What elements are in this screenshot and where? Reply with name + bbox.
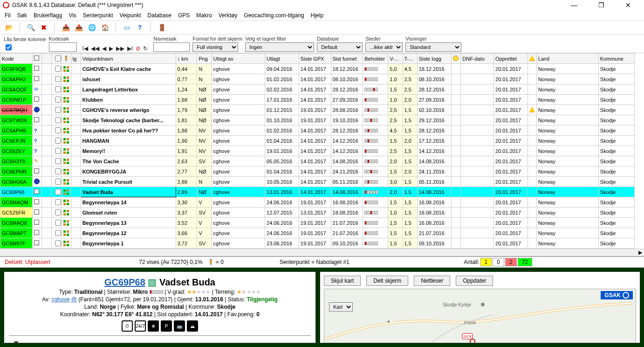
col-header[interactable]: Utlagt bbox=[265, 54, 299, 64]
browser-button[interactable]: Nettleser bbox=[414, 276, 450, 286]
col-header[interactable]: Veipunktnavn bbox=[81, 54, 176, 64]
clear-icon[interactable]: ⊘ bbox=[136, 45, 140, 52]
menu-veipunkt[interactable]: Veipunkt bbox=[120, 12, 141, 19]
refresh-icon[interactable]: ↻ bbox=[143, 45, 148, 52]
col-header[interactable]: Beholder bbox=[363, 54, 388, 64]
col-header[interactable]: Kommune bbox=[598, 54, 634, 64]
cache-size: Mikro bbox=[133, 289, 148, 295]
table-row[interactable]: GC67MQHCGHOVE's reverse wherigo1,79NØcgh… bbox=[0, 105, 635, 115]
minimize-button[interactable]: — bbox=[565, 1, 583, 9]
svg-rect-49 bbox=[67, 189, 69, 192]
lockcol-checkbox[interactable] bbox=[6, 44, 12, 50]
table-row[interactable]: GC6APH9?Hva pokker tenker Co på her??1,8… bbox=[0, 125, 635, 136]
back-icon[interactable]: ◀ bbox=[102, 45, 106, 52]
col-header[interactable]: DNF-dato bbox=[461, 54, 494, 64]
table-row[interactable]: GC69W1PKlubben1,68NØcghove17.01.201614.0… bbox=[0, 95, 635, 105]
hide-map-button[interactable]: Skjul kart bbox=[324, 276, 361, 286]
home-icon[interactable]: 🏠 bbox=[101, 23, 109, 32]
map[interactable]: GSAK Kart ◈ 661 Fv106 Skodje Kyrkje GC6 bbox=[324, 289, 636, 343]
table-row[interactable]: GC6HG6ATrivial cache Pursuit2,88Ncghove1… bbox=[0, 177, 635, 187]
delete-icon[interactable]: ✖ bbox=[40, 23, 48, 32]
col-header[interactable] bbox=[42, 54, 52, 64]
maximize-button[interactable]: ❐ bbox=[592, 1, 610, 9]
table-row[interactable]: GC6EPJN?HANGMAN1,90NVcghove01.04.201614.… bbox=[0, 136, 635, 146]
menu-fil[interactable]: Fil bbox=[5, 12, 11, 19]
window-icon[interactable]: ▭ bbox=[123, 23, 131, 32]
table-row[interactable]: GC5Z6FRGlomset ruten3,37SVcghove12.07.20… bbox=[0, 208, 635, 218]
menu-vis[interactable]: Vis bbox=[69, 12, 76, 19]
col-header[interactable] bbox=[451, 54, 461, 64]
table-row[interactable]: GC6AQQF✉Langedraget Letterbox1,24NØcghov… bbox=[0, 84, 635, 95]
cache-grid[interactable]: Kode🧍lgVeipunktnavn↕ kmPngUtlagt avUtlag… bbox=[0, 53, 644, 249]
splitformat-select[interactable]: Full visning bbox=[192, 42, 238, 52]
table-row[interactable]: GC6EPHRKONGEBRYGGJA2,77NØcghove01.04.201… bbox=[0, 167, 635, 177]
col-header[interactable]: Siste logg bbox=[417, 54, 451, 64]
table-row[interactable]: GC6MAQ8Begynnerløypa 133,52Vcghove24.06.… bbox=[0, 218, 635, 228]
col-header[interactable]: Utlagt av bbox=[212, 54, 265, 64]
owner-link[interactable]: cghove bbox=[52, 296, 70, 303]
table-row[interactable]: GC69ZEY?Memory!!1,91NVcghove19.01.201614… bbox=[0, 146, 635, 156]
help-icon[interactable]: ? bbox=[136, 23, 144, 32]
table-row[interactable]: GC6MAPTBegynnerløypa 123,66Vcghove24.06.… bbox=[0, 228, 635, 238]
menu-makro[interactable]: Makro bbox=[196, 12, 212, 19]
globe-icon[interactable]: 🌐 bbox=[88, 23, 96, 32]
close-button[interactable]: ✕ bbox=[619, 1, 637, 9]
play-icon[interactable]: ▶ bbox=[109, 45, 113, 52]
table-row[interactable]: GC6MAQMBegynnerløypa 143,30Vcghove24.06.… bbox=[0, 197, 635, 208]
cache-code-link[interactable]: GC69P68 bbox=[104, 277, 145, 287]
split-screen-button[interactable]: Delt skjerm bbox=[366, 276, 408, 286]
col-header[interactable]: ↕ km bbox=[176, 54, 197, 64]
owner-at-link[interactable]: @ bbox=[71, 296, 77, 303]
open-icon[interactable]: 📂 bbox=[5, 23, 13, 32]
menu-database[interactable]: Database bbox=[148, 12, 171, 19]
last-icon[interactable]: ▶I bbox=[127, 45, 133, 52]
col-header[interactable] bbox=[528, 54, 536, 64]
waypoint-name: Begynnerløypa 1 bbox=[81, 238, 176, 249]
database-select[interactable]: Default bbox=[317, 42, 363, 52]
menu-geocaching.com-tilgang[interactable]: Geocaching.com-tilgang bbox=[244, 12, 304, 19]
menu-senterpunkt[interactable]: Senterpunkt bbox=[83, 12, 113, 19]
col-header[interactable]: T-... bbox=[403, 54, 417, 64]
col-header[interactable]: Siste GPX bbox=[299, 54, 331, 64]
table-row[interactable]: GC6TWD6Skodje Teknologi cache (barber...… bbox=[0, 115, 635, 125]
status-bar: Delsett: Utplassert 72 vises (Av 72270) … bbox=[0, 257, 644, 268]
views-select[interactable]: Standard bbox=[405, 42, 461, 52]
exit-icon[interactable]: 🚪 bbox=[158, 23, 166, 32]
fastback-icon[interactable]: ◀◀ bbox=[91, 45, 99, 52]
flag-col-checkbox[interactable] bbox=[55, 56, 61, 62]
codesearch-input[interactable] bbox=[49, 42, 77, 52]
col-header[interactable]: lg bbox=[71, 54, 81, 64]
menu-søk[interactable]: Søk bbox=[17, 12, 27, 19]
search-doc-icon[interactable]: 🔍 bbox=[27, 23, 35, 32]
horizontal-scrollbar[interactable]: ▶ bbox=[0, 249, 644, 256]
table-row[interactable]: GC6APH2ishuset0,77Ncghove01.02.201614.01… bbox=[0, 74, 635, 84]
waypoint-name: Vadset Buda bbox=[81, 187, 176, 197]
table-row[interactable]: GC6H3Y9✎The Von Cache2,63SVcghove05.05.2… bbox=[0, 156, 635, 167]
refresh-map-button[interactable]: Oppdater bbox=[456, 276, 493, 286]
col-header[interactable]: V-... bbox=[388, 54, 403, 64]
table-row[interactable]: GC69P68Vadset Buda2,89NØcghove13.01.2016… bbox=[0, 187, 635, 197]
savedfilter-select[interactable]: Ingen bbox=[245, 42, 314, 52]
namesearch-input[interactable] bbox=[153, 42, 190, 52]
menu-hjelp[interactable]: Hjelp bbox=[311, 12, 323, 19]
locations-select[interactable]: ...ikke aktive bbox=[365, 42, 403, 52]
col-header[interactable]: Land bbox=[536, 54, 598, 64]
menu-verktøy[interactable]: Verktøy bbox=[219, 12, 238, 19]
col-header[interactable] bbox=[32, 54, 42, 64]
table-row[interactable]: GC6F9QBCGHOVE's Evil Klatre cache0,44Ncg… bbox=[0, 64, 635, 74]
table-row[interactable]: GC6M97FBegynnerløypa 13,72SVcghove23.06.… bbox=[0, 238, 635, 249]
col-header[interactable]: Opprettet bbox=[494, 54, 528, 64]
menu-gps[interactable]: GPS bbox=[178, 12, 190, 19]
col-header[interactable]: Sist funnet bbox=[331, 54, 363, 64]
recv-gps-icon[interactable]: 📤 bbox=[75, 23, 83, 32]
first-icon[interactable]: I◀ bbox=[82, 45, 88, 52]
col-header[interactable]: Png bbox=[197, 54, 212, 64]
cache-code: GC6MAQ8 bbox=[0, 218, 33, 228]
col-header[interactable] bbox=[52, 54, 62, 64]
send-gps-icon[interactable]: 📥 bbox=[62, 23, 70, 32]
waypoint-name: Trivial cache Pursuit bbox=[81, 177, 176, 187]
col-header[interactable]: 🧍 bbox=[62, 54, 71, 64]
menu-brukerflagg[interactable]: Brukerflagg bbox=[34, 12, 62, 19]
fastfwd-icon[interactable]: ▶▶ bbox=[116, 45, 124, 52]
col-header[interactable]: Kode bbox=[0, 54, 33, 64]
